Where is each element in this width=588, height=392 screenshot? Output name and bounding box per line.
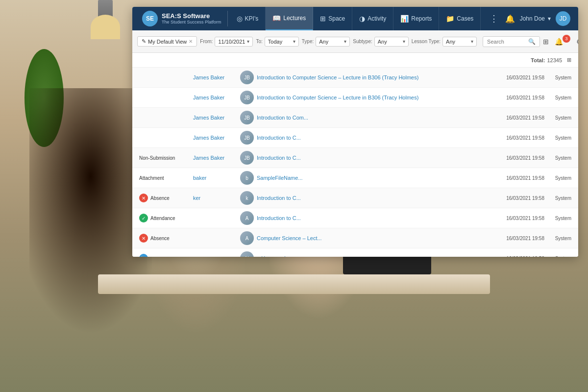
row-source-cell: System — [544, 236, 571, 241]
row-student-cell[interactable]: James Baker — [193, 115, 237, 121]
nav-item-reports[interactable]: 📊 Reports — [393, 7, 439, 30]
table-row: James Baker JB Introduction to Computer … — [132, 68, 578, 88]
lectures-icon: 📖 — [272, 14, 281, 22]
table-row: 📎 N ...Homework... 16/03/2021 19:58 Syst… — [132, 248, 578, 257]
row-type-cell: ✓ Attendance — [139, 214, 193, 222]
avatar: JB — [240, 111, 254, 124]
row-student-cell[interactable]: James Baker — [193, 155, 237, 161]
row-source-cell: System — [544, 135, 571, 141]
row-type-cell: Attachment — [139, 175, 193, 181]
row-type-cell: Non-Submission — [139, 155, 193, 161]
row-date-cell: 16/03/2021 19:58 — [490, 115, 544, 121]
table-row: ✕ Absence ker k Introduction to C... 16/… — [132, 188, 578, 208]
logo-icon: SE — [142, 11, 158, 26]
nav-item-activity[interactable]: ◑ Activity — [352, 7, 393, 30]
table-row: James Baker JB Introduction to C... 16/0… — [132, 128, 578, 148]
lamp-shade — [91, 15, 120, 39]
row-date-cell: 16/03/2021 19:58 — [490, 196, 544, 201]
avatar: JB — [240, 131, 254, 145]
chevron-down-icon: ▾ — [471, 39, 473, 44]
avatar: JB — [240, 151, 254, 165]
badge-container: 🔔 3 — [552, 35, 573, 49]
attachment-icon: 📎 — [139, 254, 148, 257]
settings-gear-icon[interactable]: ⚙ — [576, 35, 578, 49]
row-student-cell[interactable]: James Baker — [193, 74, 237, 80]
row-source-cell: System — [544, 115, 571, 121]
row-course-cell[interactable]: Introduction to C... — [257, 195, 490, 201]
row-course-cell[interactable]: Introduction to Computer Science – Lectu… — [257, 74, 490, 80]
row-date-cell: 16/03/2021 19:58 — [490, 95, 544, 100]
search-input[interactable] — [487, 39, 526, 45]
navbar: SE SEA:S Software The Student Success Pl… — [132, 7, 578, 30]
chevron-down-icon: ▾ — [403, 39, 405, 44]
row-source-cell: System — [544, 196, 571, 201]
notification-badge: 3 — [563, 35, 570, 43]
table-row: James Baker JB Introduction to Computer … — [132, 88, 578, 108]
close-tab-icon[interactable]: ✕ — [189, 39, 193, 44]
row-type-cell: 📎 — [139, 254, 193, 257]
row-date-cell: 16/03/2021 19:58 — [490, 256, 544, 257]
subtype-filter-select[interactable]: Any ▾ — [374, 37, 409, 47]
data-table: James Baker JB Introduction to Computer … — [132, 68, 578, 257]
logo-area: SE SEA:S Software The Student Success Pl… — [136, 11, 228, 26]
row-course-cell[interactable]: Introduction to Com... — [257, 115, 490, 121]
avatar: k — [240, 191, 254, 205]
type-filter-group: Type: Any ▾ — [302, 37, 350, 47]
avatar: A — [240, 211, 254, 225]
nav-item-space[interactable]: ⊞ Space — [313, 7, 352, 30]
avatar[interactable]: JD — [556, 11, 570, 26]
avatar: N — [240, 251, 254, 257]
row-course-cell[interactable]: Introduction to Computer Science – Lectu… — [257, 95, 490, 100]
row-source-cell: System — [544, 95, 571, 100]
kpis-icon: ◎ — [237, 15, 243, 23]
avatar: JB — [240, 91, 254, 104]
grid-view-button[interactable]: ⊞ — [543, 35, 549, 49]
nav-item-kpis[interactable]: ◎ KPI's — [230, 7, 266, 30]
row-student-cell[interactable]: ker — [193, 195, 237, 201]
row-source-cell: System — [544, 256, 571, 257]
subheader: Total: 12345 ⊞ — [132, 53, 578, 68]
avatar: b — [240, 171, 254, 185]
row-course-cell[interactable]: Introduction to C... — [257, 135, 490, 141]
logo-text: SEA:S Software The Student Success Platf… — [162, 12, 221, 25]
search-box[interactable]: 🔍 — [483, 36, 540, 47]
columns-toggle-icon[interactable]: ⊞ — [567, 57, 571, 63]
nav-item-cases[interactable]: 📁 Cases — [439, 7, 481, 30]
type-filter-select[interactable]: Any ▾ — [316, 37, 350, 47]
table-row: James Baker JB Introduction to Com... 16… — [132, 108, 578, 128]
from-filter-group: From: 11/10/2021 ▾ — [200, 37, 253, 47]
avatar: A — [240, 231, 254, 245]
user-chevron-icon: ▾ — [548, 15, 551, 22]
row-course-cell[interactable]: Computer Science – Lect... — [257, 235, 490, 241]
row-source-cell: System — [544, 155, 571, 161]
user-menu[interactable]: John Doe ▾ — [520, 15, 551, 22]
row-student-cell[interactable]: James Baker — [193, 95, 237, 100]
row-source-cell: System — [544, 216, 571, 221]
table-row: ✕ Absence A Computer Science – Lect... 1… — [132, 228, 578, 248]
nav-item-lectures[interactable]: 📖 Lectures — [266, 7, 313, 30]
to-filter-select[interactable]: Today ▾ — [265, 37, 299, 47]
search-icon[interactable]: 🔍 — [528, 38, 536, 45]
row-source-cell: System — [544, 175, 571, 181]
view-tab[interactable]: ✎ My Default View ✕ — [137, 36, 197, 47]
row-course-cell[interactable]: Introduction to C... — [257, 215, 490, 221]
reports-icon: 📊 — [400, 15, 409, 23]
row-course-cell[interactable]: Introduction to C... — [257, 155, 490, 161]
lesson-type-filter-select[interactable]: Any ▾ — [442, 37, 477, 47]
row-course-cell[interactable]: SampleFileName... — [257, 175, 490, 181]
subtype-filter-group: Subtype: Any ▾ — [353, 37, 408, 47]
row-date-cell: 16/03/2021 19:58 — [490, 135, 544, 141]
chevron-down-icon: ▾ — [247, 39, 249, 44]
row-date-cell: 16/03/2021 19:58 — [490, 75, 544, 80]
table-row: Attachment baker b SampleFileName... 16/… — [132, 168, 578, 188]
row-source-cell: System — [544, 75, 571, 80]
from-filter-select[interactable]: 11/10/2021 ▾ — [215, 37, 253, 47]
space-icon: ⊞ — [320, 15, 326, 23]
row-student-cell[interactable]: James Baker — [193, 135, 237, 141]
nav-more-dots[interactable]: ⋮ — [487, 13, 501, 24]
notification-bell-icon[interactable]: 🔔 — [505, 14, 515, 24]
avatar: JB — [240, 71, 254, 84]
row-student-cell[interactable]: baker — [193, 175, 237, 181]
absence-icon: ✕ — [139, 194, 148, 202]
row-course-cell[interactable]: ...Homework... — [257, 255, 490, 257]
